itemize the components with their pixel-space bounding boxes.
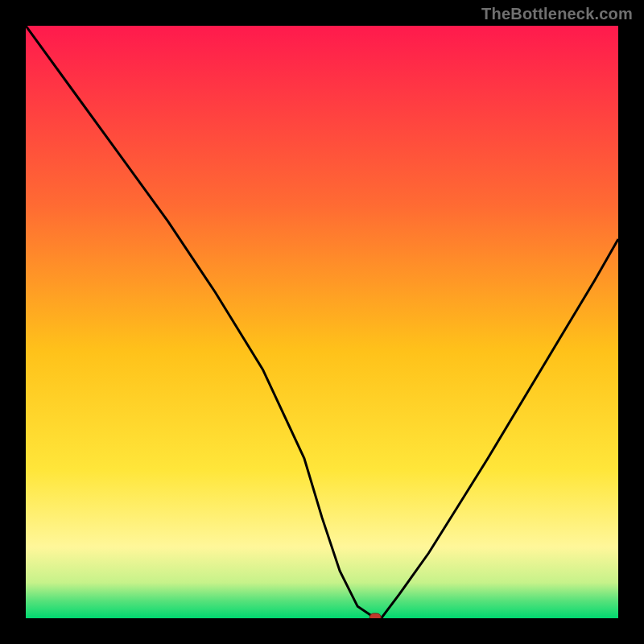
- attribution-text: TheBottleneck.com: [481, 5, 633, 23]
- chart-frame: TheBottleneck.com: [0, 0, 644, 644]
- bottleneck-chart: [26, 26, 618, 618]
- plot-area: [26, 26, 618, 618]
- minimum-marker: [369, 613, 381, 618]
- gradient-background: [26, 26, 618, 618]
